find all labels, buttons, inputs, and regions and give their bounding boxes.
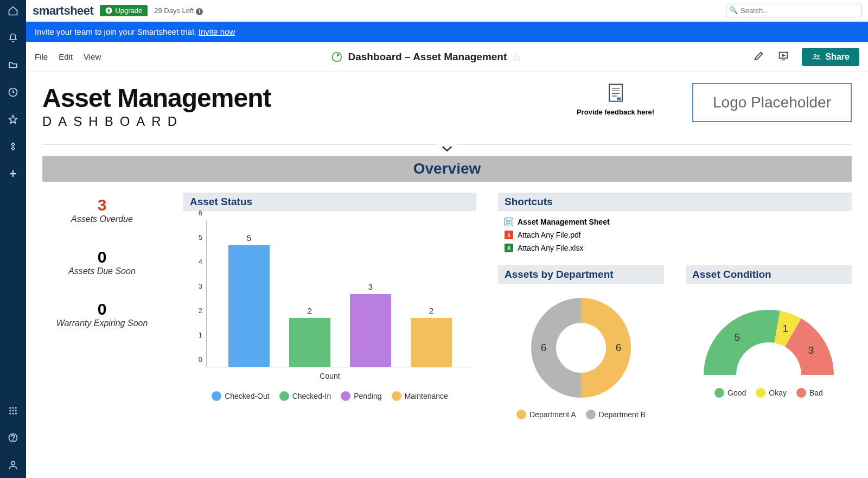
launcher-icon[interactable] (8, 405, 18, 416)
bar-checked-in: 2 (289, 318, 330, 367)
dept-legend: Department ADepartment B (498, 410, 664, 419)
svg-point-16 (814, 54, 816, 56)
dept-title: Assets by Department (498, 265, 664, 284)
shortcuts-title: Shortcuts (498, 193, 852, 211)
help-icon[interactable] (8, 432, 18, 443)
svg-text:5: 5 (735, 332, 741, 343)
legend-item: Checked-Out (212, 391, 269, 401)
shortcut-item[interactable]: Asset Management Sheet (505, 218, 845, 226)
metric-overdue-value: 3 (42, 196, 162, 214)
metric-duesoon-value: 0 (42, 248, 162, 266)
xlsx-icon: X (505, 244, 513, 252)
page-title: Asset Management (42, 83, 271, 113)
bar-xlabel: Count (183, 372, 476, 380)
shortcut-item[interactable]: XAttach Any File.xlsx (505, 244, 845, 252)
people-icon (812, 53, 821, 61)
svg-point-3 (15, 407, 17, 409)
plus-icon[interactable] (8, 168, 18, 179)
asset-status-widget: Asset Status 0123456 5232 Count Checked-… (183, 193, 476, 401)
condition-legend: GoodOkayBad (686, 388, 852, 398)
search-icon: 🔍 (729, 6, 738, 14)
legend-item: Department A (516, 410, 576, 419)
bell-icon[interactable] (8, 33, 18, 43)
svg-point-4 (9, 410, 11, 412)
menu-edit[interactable]: Edit (59, 52, 73, 61)
folder-icon[interactable] (8, 60, 18, 71)
legend-item: Okay (756, 388, 787, 398)
banner-text: Invite your team to join your Smartsheet… (35, 27, 199, 36)
present-icon[interactable] (777, 50, 790, 63)
trial-banner: Invite your team to join your Smartsheet… (26, 22, 868, 42)
chevron-down-icon[interactable] (437, 143, 457, 155)
svg-point-5 (12, 410, 14, 412)
legend-item: Maintenance (392, 391, 448, 401)
svg-point-7 (9, 413, 11, 415)
dashboard-content: Asset Management DASHBOARD Provide feedb… (26, 72, 868, 478)
upgrade-button[interactable]: Upgrade (100, 5, 148, 16)
metric-warranty-value: 0 (42, 300, 162, 318)
shortcut-item[interactable]: λAttach Any File.pdf (505, 231, 845, 239)
bar-maintenance: 2 (411, 318, 452, 367)
svg-text:3: 3 (808, 345, 814, 356)
shortcuts-widget: Shortcuts Asset Management SheetλAttach … (498, 193, 852, 254)
overview-header: Overview (42, 156, 852, 182)
asset-status-legend: Checked-OutChecked-InPendingMaintenance (183, 391, 476, 401)
metric-duesoon-label: Assets Due Soon (42, 266, 162, 276)
upgrade-arrow-icon (105, 7, 112, 14)
clock-icon[interactable] (8, 87, 18, 98)
svg-point-11 (12, 440, 13, 441)
page-subtitle: DASHBOARD (42, 114, 271, 129)
dept-widget: Assets by Department 66 Department ADepa… (498, 265, 664, 419)
account-icon[interactable] (8, 460, 18, 470)
workapps-icon[interactable] (8, 141, 18, 152)
legend-item: Department B (586, 410, 646, 419)
brand-logo: smartsheet (33, 4, 93, 18)
legend-item: Bad (796, 388, 823, 398)
metric-warranty-label: Warranty Expiring Soon (42, 318, 162, 328)
asset-status-title: Asset Status (183, 193, 476, 211)
metric-overdue-label: Assets Overdue (42, 214, 162, 224)
home-icon[interactable] (8, 5, 18, 16)
share-button[interactable]: Share (802, 48, 859, 66)
legend-item: Checked-In (279, 391, 331, 401)
sheet-icon (505, 218, 513, 226)
invite-now-link[interactable]: Invite now (199, 27, 235, 36)
svg-point-2 (12, 407, 14, 409)
star-icon[interactable] (8, 114, 18, 125)
svg-text:1: 1 (782, 323, 788, 334)
logo-placeholder: Logo Placeholder (692, 83, 852, 122)
info-icon[interactable]: i (196, 8, 203, 15)
svg-point-12 (11, 461, 15, 465)
trial-days-left: 29 Days Lefti (154, 7, 203, 15)
menu-file[interactable]: File (35, 52, 48, 61)
svg-point-8 (12, 413, 14, 415)
section-divider (42, 144, 852, 145)
svg-point-6 (15, 410, 17, 412)
pdf-icon: λ (505, 231, 513, 239)
bar-pending: 3 (350, 294, 391, 367)
feedback-label: Provide feedback here! (577, 108, 654, 116)
topbar: smartsheet Upgrade 29 Days Lefti 🔍 (26, 0, 868, 22)
svg-text:6: 6 (616, 342, 622, 353)
dashboard-type-icon (331, 52, 342, 62)
upgrade-label: Upgrade (115, 7, 142, 15)
document-icon (608, 83, 624, 103)
feedback-widget[interactable]: Provide feedback here! (577, 83, 654, 116)
svg-point-17 (817, 55, 819, 56)
legend-item: Pending (341, 391, 381, 401)
svg-point-1 (9, 407, 11, 409)
legend-item: Good (714, 388, 746, 398)
svg-point-9 (15, 413, 17, 415)
main-area: smartsheet Upgrade 29 Days Lefti 🔍 Invit… (26, 0, 868, 478)
share-label: Share (826, 52, 850, 62)
bar-checked-out: 5 (228, 245, 270, 367)
left-nav (0, 0, 26, 478)
menu-view[interactable]: View (84, 52, 101, 61)
favorite-star-icon[interactable]: ☆ (512, 50, 522, 63)
metrics-column: 3 Assets Overdue 0 Assets Due Soon 0 War… (42, 193, 162, 352)
svg-text:6: 6 (541, 342, 547, 353)
search-input[interactable] (726, 4, 861, 17)
edit-pencil-icon[interactable] (753, 50, 765, 64)
toolbar: File Edit View Dashboard – Asset Managem… (26, 42, 868, 72)
document-title: Dashboard – Asset Management (348, 51, 507, 63)
